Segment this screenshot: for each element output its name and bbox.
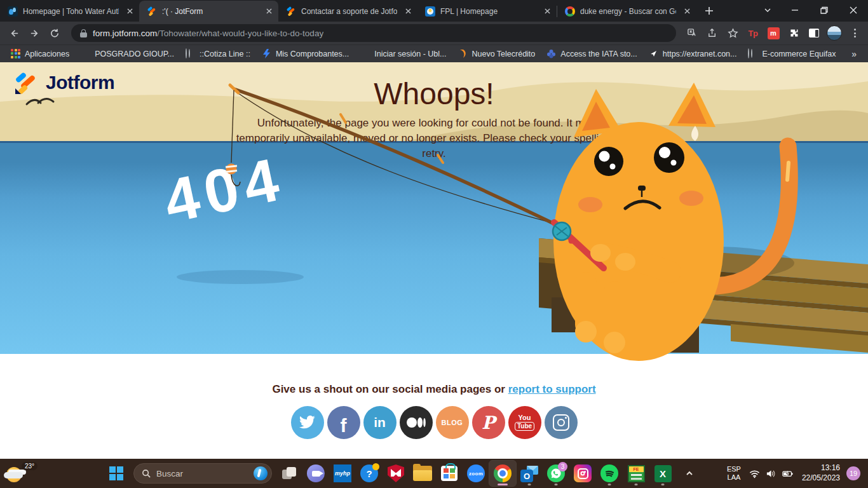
share-icon[interactable] <box>704 25 721 41</box>
temperature-label: 23° <box>22 462 37 470</box>
taskbar-search[interactable] <box>133 463 272 484</box>
back-button[interactable] <box>5 24 23 42</box>
mcafee-shield-icon <box>388 464 404 482</box>
taskbar-fe-app[interactable]: FE <box>623 461 649 486</box>
globe-icon <box>748 48 749 58</box>
social-prompt: Give us a shout on our social media page… <box>0 383 868 396</box>
minimize-button[interactable] <box>780 0 810 20</box>
linkedin-icon[interactable]: in <box>363 406 397 439</box>
page-title: Whoops! <box>0 76 868 111</box>
taskbar-chrome[interactable] <box>489 461 516 486</box>
windows-taskbar: 23° myhp ? zoom O 3 FE X ESPLAA 13:1622/… <box>0 459 868 488</box>
bookmark-cotiza[interactable]: ::Cotiza Line :: <box>181 47 255 61</box>
start-button[interactable] <box>103 461 130 486</box>
tab-search-button[interactable] <box>755 0 780 20</box>
bookmark-iata[interactable]: Access the IATA sto... <box>542 47 641 61</box>
taskbar-overflow-chevron[interactable] <box>676 461 703 486</box>
taskbar-myhp[interactable]: myhp <box>329 461 356 486</box>
volume-icon[interactable] <box>764 461 779 486</box>
blog-icon[interactable]: BLOG <box>436 406 469 439</box>
taskbar-spotify[interactable] <box>596 461 623 486</box>
taskbar-zoom[interactable]: zoom <box>463 461 489 486</box>
tab-fpl[interactable]: FPL | Homepage <box>417 1 557 22</box>
facebook-icon[interactable]: f <box>327 406 360 439</box>
whatsapp-badge: 3 <box>558 462 567 471</box>
report-to-support-link[interactable]: report to support <box>508 383 596 395</box>
taskbar-instagram[interactable] <box>569 461 596 486</box>
apps-shortcut[interactable]: Aplicaciones <box>6 47 74 61</box>
taskbar-excel[interactable]: X <box>649 461 676 486</box>
taskbar-mcafee[interactable] <box>383 461 409 486</box>
wifi-icon[interactable] <box>747 461 763 486</box>
bookmark-star-icon[interactable] <box>724 25 741 41</box>
page-footer: Give us a shout on our social media page… <box>0 354 868 459</box>
tab-duke-energy[interactable]: duke energy - Buscar con Go <box>557 1 696 22</box>
myhp-icon: myhp <box>334 464 351 482</box>
tab-close-icon[interactable] <box>541 6 553 17</box>
chrome-menu-icon[interactable] <box>846 25 863 41</box>
reload-button[interactable] <box>46 24 64 42</box>
tab-toho-water[interactable]: Homepage | Toho Water Auth <box>0 1 139 22</box>
jotform-404-page: Jotform Whoops! Unfortunately, the page … <box>0 62 868 459</box>
tab-title: Homepage | Toho Water Auth <box>23 7 119 16</box>
clock[interactable]: 13:1622/05/2023 <box>797 463 845 483</box>
instagram-icon[interactable] <box>545 406 578 439</box>
close-window-button[interactable] <box>839 0 868 20</box>
bookmark-telecredito[interactable]: Nuevo Telecrédito <box>453 47 539 61</box>
youtube-icon[interactable]: YouTube <box>508 406 541 439</box>
tab-close-icon[interactable] <box>124 6 135 17</box>
taskbar-whatsapp[interactable]: 3 <box>543 461 569 486</box>
window-controls <box>755 0 868 22</box>
side-panel-icon[interactable] <box>806 25 822 41</box>
folder-icon <box>413 466 432 481</box>
tab-title: Contactar a soporte de Jotfo <box>301 7 397 16</box>
zoom-icon: zoom <box>467 464 485 482</box>
search-input[interactable] <box>156 469 233 478</box>
bookmark-comprobantes[interactable]: Mis Comprobantes... <box>257 47 353 61</box>
bookmark-equifax[interactable]: E-commerce Equifax <box>743 47 840 61</box>
task-view-icon <box>282 467 296 480</box>
tab-close-icon[interactable] <box>402 6 414 17</box>
translate-icon[interactable] <box>684 25 700 41</box>
chrome-icon <box>494 464 512 482</box>
tab-jotform-support[interactable]: Contactar a soporte de Jotfo <box>278 1 417 22</box>
taskbar-chat[interactable] <box>302 461 329 486</box>
bookmark-posgrado[interactable]: POSGRADO GIOUP... <box>76 47 179 61</box>
google-favicon <box>565 6 575 17</box>
bookmark-extranet[interactable]: https://extranet.con... <box>644 47 742 61</box>
fe-app-icon: FE <box>628 465 645 482</box>
new-tab-button[interactable] <box>700 2 718 20</box>
restore-button[interactable] <box>810 0 839 20</box>
red-m-extension-icon[interactable]: m <box>765 25 782 41</box>
bookmark-iniciar-sesion[interactable]: Iniciar sesión - Ubl... <box>356 47 451 61</box>
tab-jotform-404[interactable]: :'( · JotForm <box>139 1 278 22</box>
taskbar-ms-store[interactable] <box>436 461 463 486</box>
battery-icon[interactable] <box>780 461 796 486</box>
language-switcher[interactable]: ESPLAA <box>722 465 746 481</box>
notification-count-badge[interactable]: 19 <box>846 466 860 480</box>
tampermonkey-extension-icon[interactable]: Tp <box>745 25 761 41</box>
medium-icon[interactable] <box>400 406 433 439</box>
pinterest-icon[interactable]: P <box>472 406 505 439</box>
address-bar[interactable]: form.jotform.com/Tohowater/what-would-yo… <box>71 24 676 42</box>
profile-avatar[interactable] <box>826 25 843 41</box>
task-view-button[interactable] <box>276 461 302 486</box>
forward-button[interactable] <box>25 24 43 42</box>
taskbar-file-explorer[interactable] <box>409 461 436 486</box>
taskbar-outlook[interactable]: O <box>516 461 543 486</box>
browser-window: Homepage | Toho Water Auth :'( · JotForm… <box>0 0 868 488</box>
tab-close-icon[interactable] <box>263 6 275 17</box>
taskbar-hp-support[interactable]: ? <box>356 461 383 486</box>
flower-icon <box>546 49 557 59</box>
weather-widget[interactable]: 23° <box>3 461 39 486</box>
twitter-icon[interactable] <box>291 406 324 439</box>
error-message: Unfortunately, the page you were looking… <box>231 116 637 161</box>
help-icon: ? <box>360 464 378 482</box>
whatsapp-icon: 3 <box>547 464 565 482</box>
lock-icon[interactable] <box>80 29 87 37</box>
spotify-icon <box>600 464 618 482</box>
extensions-puzzle-icon[interactable] <box>785 25 802 41</box>
tab-close-icon[interactable] <box>681 6 693 17</box>
cloud-icon <box>4 472 23 478</box>
bookmarks-overflow-button[interactable]: » <box>846 49 862 59</box>
